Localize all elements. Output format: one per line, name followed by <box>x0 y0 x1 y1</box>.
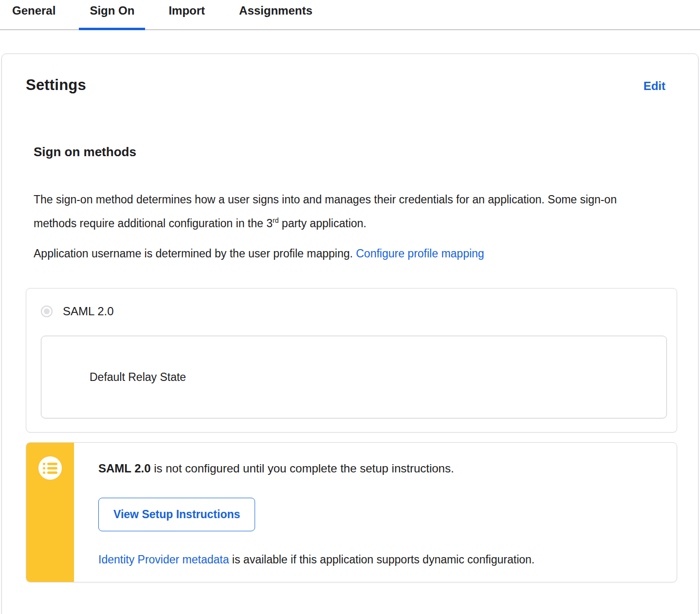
radio-dot <box>44 308 50 314</box>
setup-instructions-list-icon <box>38 456 62 480</box>
tab-sign-on[interactable]: Sign On <box>79 0 145 29</box>
list-icon-row <box>43 463 57 465</box>
callout-message: SAML 2.0 is not configured until you com… <box>98 461 667 476</box>
edit-link[interactable]: Edit <box>644 79 665 93</box>
description-text-part2: party application. <box>278 217 366 230</box>
callout-body: SAML 2.0 is not configured until you com… <box>74 443 677 582</box>
settings-card: Settings Edit Sign on methods The sign-o… <box>1 54 699 614</box>
callout-yellow-strip <box>26 443 74 582</box>
username-mapping-text: Application username is determined by th… <box>34 247 356 260</box>
list-icon-row <box>43 467 57 470</box>
description-superscript: rd <box>273 217 278 224</box>
sign-on-methods-heading: Sign on methods <box>34 144 676 160</box>
username-mapping-note: Application username is determined by th… <box>34 246 657 261</box>
default-relay-state-label: Default Relay State <box>90 371 186 384</box>
list-icon-row <box>43 471 57 474</box>
tab-import[interactable]: Import <box>158 0 216 29</box>
tab-general[interactable]: General <box>1 0 66 29</box>
identity-provider-metadata-link[interactable]: Identity Provider metadata <box>98 553 229 566</box>
saml-method-box: SAML 2.0 Default Relay State <box>26 288 677 433</box>
metadata-note-text: is available if this application support… <box>229 553 534 566</box>
metadata-note: Identity Provider metadata is available … <box>98 552 667 567</box>
saml-radio-row[interactable]: SAML 2.0 <box>41 305 664 318</box>
configure-profile-mapping-link[interactable]: Configure profile mapping <box>356 247 484 260</box>
view-setup-instructions-button[interactable]: View Setup Instructions <box>98 498 255 531</box>
tab-assignments[interactable]: Assignments <box>228 0 323 29</box>
app-tab-bar: General Sign On Import Assignments <box>0 0 700 30</box>
settings-card-header: Settings Edit <box>26 76 676 94</box>
saml-not-configured-callout: SAML 2.0 is not configured until you com… <box>26 442 677 582</box>
callout-message-text: is not configured until you complete the… <box>151 462 454 475</box>
saml-settings-panel: Default Relay State <box>41 336 667 418</box>
saml-radio-label: SAML 2.0 <box>63 305 114 318</box>
settings-title: Settings <box>26 76 86 94</box>
saml-radio-button[interactable] <box>41 306 53 317</box>
callout-message-bold: SAML 2.0 <box>98 462 151 475</box>
sign-on-methods-description: The sign-on method determines how a user… <box>34 188 657 235</box>
